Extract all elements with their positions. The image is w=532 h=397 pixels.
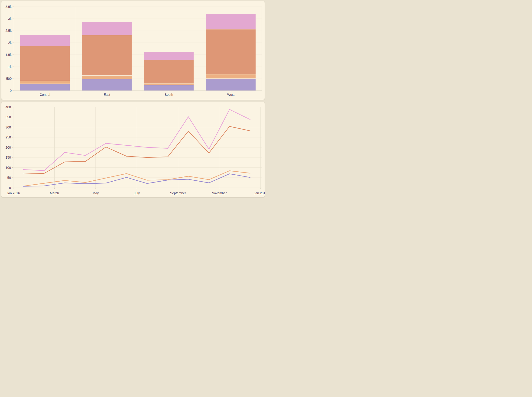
y-tick-label: 2k (8, 41, 12, 44)
bar-segment-central-pink[interactable] (20, 35, 70, 46)
bar-segment-south-tan[interactable] (144, 83, 194, 85)
bar-segment-south-salmon[interactable] (144, 60, 194, 83)
charts-dashboard: 05001k1.5k2k2.5k3k3.5kCentralEastSouthWe… (0, 0, 266, 198)
line-chart-card: 050100150200250300350400Jan 2016MarchMay… (1, 102, 265, 198)
x-tick-label: July (134, 191, 140, 195)
category-label-west: West (227, 93, 235, 96)
x-tick-label: May (93, 191, 99, 195)
y-tick-label: 0 (9, 186, 11, 190)
stacked-bar-chart: 05001k1.5k2k2.5k3k3.5kCentralEastSouthWe… (1, 1, 265, 100)
bar-segment-west-purple[interactable] (206, 79, 256, 91)
bar-segment-east-pink[interactable] (82, 22, 132, 35)
bar-segment-central-tan[interactable] (20, 81, 70, 84)
bar-segment-east-purple[interactable] (82, 79, 132, 91)
bar-segment-west-salmon[interactable] (206, 29, 256, 74)
y-tick-label: 350 (6, 115, 11, 119)
y-tick-label: 100 (6, 166, 11, 169)
y-tick-label: 500 (6, 77, 12, 81)
bar-segment-south-purple[interactable] (144, 85, 194, 91)
y-tick-label: 1k (8, 65, 12, 69)
stacked-bar-chart-card: 05001k1.5k2k2.5k3k3.5kCentralEastSouthWe… (1, 1, 265, 100)
y-tick-label: 200 (6, 146, 11, 149)
bar-segment-west-pink[interactable] (206, 14, 256, 29)
bar-segment-south-pink[interactable] (144, 52, 194, 60)
bar-segment-central-salmon[interactable] (20, 46, 70, 81)
bar-segment-central-purple[interactable] (20, 84, 70, 91)
bar-segment-east-tan[interactable] (82, 75, 132, 79)
y-tick-label: 3.5k (6, 5, 12, 9)
y-tick-label: 0 (10, 89, 12, 93)
y-tick-label: 150 (6, 155, 11, 159)
y-tick-label: 1.5k (6, 53, 12, 56)
category-label-central: Central (40, 93, 50, 96)
bar-segment-east-salmon[interactable] (82, 35, 132, 76)
x-tick-label: November (212, 191, 227, 195)
y-tick-label: 250 (6, 136, 11, 139)
y-tick-label: 400 (6, 105, 11, 109)
x-tick-label: Jan 2016 (6, 191, 20, 195)
y-tick-label: 2.5k (6, 29, 12, 32)
category-label-south: South (165, 93, 173, 96)
line-chart: 050100150200250300350400Jan 2016MarchMay… (1, 102, 265, 198)
category-label-east: East (103, 93, 110, 96)
y-tick-label: 3k (8, 17, 12, 21)
bar-segment-west-tan[interactable] (206, 74, 256, 79)
y-tick-label: 300 (6, 125, 11, 129)
x-tick-label: Jan 2017 (254, 191, 265, 195)
y-tick-label: 50 (7, 176, 11, 180)
x-tick-label: March (50, 191, 59, 195)
x-tick-label: September (170, 191, 186, 195)
